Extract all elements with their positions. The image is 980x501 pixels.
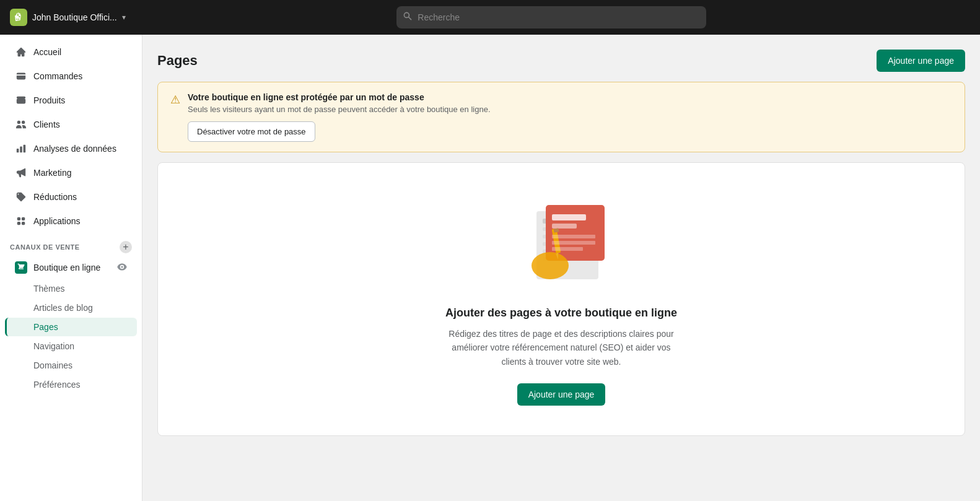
sidebar-item-label: Commandes: [33, 71, 82, 81]
sidebar-item-commandes[interactable]: Commandes: [5, 64, 137, 88]
boutique-icon: [15, 261, 27, 274]
themes-label: Thèmes: [33, 284, 65, 294]
svg-rect-9: [552, 224, 577, 229]
alert-banner: ⚠ Votre boutique en ligne est protégée p…: [157, 82, 965, 152]
svg-point-16: [532, 252, 569, 279]
sidebar: Accueil Commandes Produits: [0, 35, 142, 501]
home-icon: [15, 46, 27, 58]
alert-title: Votre boutique en ligne est protégée par…: [188, 92, 952, 102]
topbar: John Boutique Offici... ▾: [0, 0, 980, 35]
empty-state-illustration: [505, 193, 617, 292]
sidebar-item-applications[interactable]: Applications: [5, 209, 137, 233]
articles-label: Articles de blog: [33, 303, 93, 313]
sidebar-item-reductions[interactable]: Réductions: [5, 185, 137, 209]
alert-description: Seuls les visiteurs ayant un mot de pass…: [188, 105, 952, 114]
page-title: Pages: [157, 53, 198, 69]
sidebar-subitem-pages[interactable]: Pages: [5, 318, 137, 336]
layout: Accueil Commandes Produits: [0, 35, 980, 501]
search-icon: [403, 11, 413, 24]
products-icon: [15, 94, 27, 107]
boutique-label: Boutique en ligne: [33, 263, 111, 272]
sidebar-subitem-preferences[interactable]: Préférences: [5, 375, 137, 394]
sidebar-item-label: Réductions: [33, 192, 77, 202]
empty-state-card: Ajouter des pages à votre boutique en li…: [157, 162, 965, 436]
deactivate-password-button[interactable]: Désactiver votre mot de passe: [188, 121, 315, 142]
main-nav: Accueil Commandes Produits: [0, 35, 142, 399]
sidebar-subitem-domaines[interactable]: Domaines: [5, 356, 137, 375]
analytics-icon: [15, 142, 27, 155]
navigation-label: Navigation: [33, 341, 74, 351]
sidebar-subitem-themes[interactable]: Thèmes: [5, 279, 137, 298]
preferences-label: Préférences: [33, 380, 80, 390]
svg-rect-13: [552, 235, 595, 238]
svg-rect-15: [552, 247, 583, 251]
add-page-button-empty[interactable]: Ajouter une page: [517, 383, 606, 406]
store-dropdown-icon[interactable]: ▾: [122, 13, 126, 22]
svg-rect-8: [552, 214, 586, 220]
main-content: Pages Ajouter une page ⚠ Votre boutique …: [142, 35, 980, 501]
add-page-button-header[interactable]: Ajouter une page: [877, 50, 965, 72]
sidebar-item-analyses[interactable]: Analyses de données: [5, 137, 137, 160]
canaux-section-header: CANAUX DE VENTE +: [0, 233, 142, 256]
sidebar-item-label: Produits: [33, 95, 65, 105]
reductions-icon: [15, 191, 27, 203]
sidebar-item-label: Clients: [33, 120, 60, 129]
sidebar-item-clients[interactable]: Clients: [5, 113, 137, 136]
sidebar-item-label: Applications: [33, 216, 81, 226]
empty-state-title: Ajouter des pages à votre boutique en li…: [445, 307, 677, 320]
sidebar-subitem-articles[interactable]: Articles de blog: [5, 298, 137, 317]
sidebar-item-label: Accueil: [33, 47, 61, 57]
search-container: [396, 6, 706, 28]
sidebar-item-accueil[interactable]: Accueil: [5, 40, 137, 64]
sidebar-item-label: Analyses de données: [33, 144, 116, 154]
pages-label: Pages: [33, 322, 58, 332]
sidebar-item-marketing[interactable]: Marketing: [5, 161, 137, 185]
store-name-label: John Boutique Offici...: [32, 12, 117, 22]
clients-icon: [15, 118, 27, 131]
marketing-icon: [15, 167, 27, 179]
shopify-icon: [10, 9, 27, 26]
add-channel-button[interactable]: +: [120, 241, 132, 253]
warning-icon: ⚠: [170, 93, 180, 107]
sidebar-subitem-navigation[interactable]: Navigation: [5, 337, 137, 355]
alert-content: Votre boutique en ligne est protégée par…: [188, 92, 952, 142]
search-input[interactable]: [396, 6, 706, 28]
sidebar-item-label: Marketing: [33, 168, 71, 178]
sidebar-item-produits[interactable]: Produits: [5, 89, 137, 112]
empty-state-description: Rédigez des titres de page et des descri…: [444, 327, 679, 368]
page-header: Pages Ajouter une page: [157, 50, 965, 72]
sidebar-item-boutique[interactable]: Boutique en ligne: [5, 256, 137, 279]
orders-icon: [15, 70, 27, 82]
applications-icon: [15, 215, 27, 227]
domaines-label: Domaines: [33, 360, 72, 370]
eye-icon[interactable]: [117, 262, 127, 274]
store-logo[interactable]: John Boutique Offici... ▾: [10, 9, 126, 26]
svg-rect-14: [552, 241, 595, 245]
